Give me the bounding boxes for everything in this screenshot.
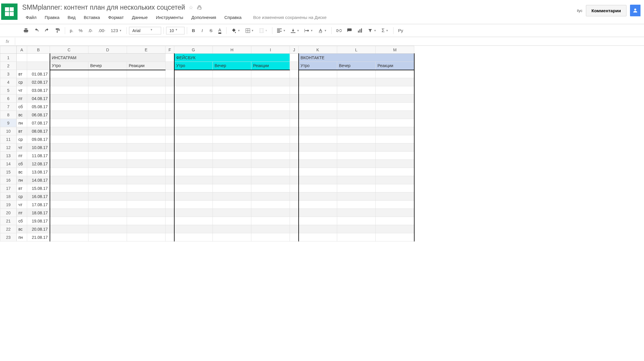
- cell[interactable]: [213, 152, 251, 160]
- cell[interactable]: [213, 225, 251, 233]
- subheader-evening[interactable]: Вечер: [88, 62, 127, 70]
- cell[interactable]: [50, 168, 88, 176]
- cell[interactable]: [251, 176, 290, 184]
- col-header-D[interactable]: D: [88, 46, 127, 54]
- cell[interactable]: [127, 127, 166, 135]
- cell[interactable]: [290, 135, 299, 143]
- cell[interactable]: [127, 135, 166, 143]
- cell[interactable]: [299, 78, 337, 86]
- col-header-H[interactable]: H: [213, 46, 251, 54]
- print-icon[interactable]: [21, 27, 31, 35]
- cell[interactable]: [166, 217, 174, 225]
- section-header-instagram[interactable]: ИНСТАГРАМ: [50, 54, 166, 62]
- cell-date[interactable]: 19.08.17: [27, 217, 50, 225]
- cell[interactable]: [337, 78, 376, 86]
- text-rotation-button[interactable]: ▼: [316, 27, 329, 35]
- cell[interactable]: [337, 201, 376, 209]
- cell[interactable]: [299, 127, 337, 135]
- font-size-select[interactable]: 10▼: [166, 27, 185, 34]
- cell-day[interactable]: вс: [17, 168, 27, 176]
- menu-edit[interactable]: Правка: [41, 14, 63, 21]
- cell[interactable]: [337, 209, 376, 217]
- insert-chart-icon[interactable]: [355, 27, 365, 35]
- paint-format-icon[interactable]: [53, 27, 62, 35]
- cell[interactable]: [88, 111, 127, 119]
- cell[interactable]: [299, 94, 337, 103]
- cell-day[interactable]: вс: [17, 111, 27, 119]
- cell[interactable]: [166, 168, 174, 176]
- cell[interactable]: [174, 70, 213, 78]
- cell[interactable]: [166, 192, 174, 201]
- cell[interactable]: [251, 86, 290, 94]
- row-header[interactable]: 4: [0, 78, 17, 86]
- cell[interactable]: [376, 127, 414, 135]
- share-button[interactable]: [630, 5, 640, 16]
- cell[interactable]: [174, 86, 213, 94]
- undo-icon[interactable]: [32, 27, 41, 35]
- cell[interactable]: [166, 201, 174, 209]
- cell[interactable]: [213, 184, 251, 192]
- cell[interactable]: [166, 225, 174, 233]
- cell[interactable]: [213, 127, 251, 135]
- cell[interactable]: [127, 209, 166, 217]
- cell[interactable]: [376, 111, 414, 119]
- cell[interactable]: [88, 201, 127, 209]
- row-header[interactable]: 8: [0, 111, 17, 119]
- cell[interactable]: [290, 217, 299, 225]
- cell-day[interactable]: вт: [17, 127, 27, 135]
- cell[interactable]: [290, 86, 299, 94]
- cell-day[interactable]: чт: [17, 201, 27, 209]
- cell[interactable]: [299, 70, 337, 78]
- cell[interactable]: [337, 111, 376, 119]
- cell[interactable]: [290, 78, 299, 86]
- cell[interactable]: [174, 127, 213, 135]
- subheader-morning[interactable]: Утро: [299, 62, 337, 70]
- cell[interactable]: [376, 70, 414, 78]
- subheader-evening[interactable]: Вечер: [337, 62, 376, 70]
- row-header[interactable]: 6: [0, 94, 17, 103]
- col-header-I[interactable]: I: [251, 46, 290, 54]
- cell-day[interactable]: сб: [17, 160, 27, 168]
- cell-day[interactable]: сб: [17, 103, 27, 111]
- row-header[interactable]: 3: [0, 70, 17, 78]
- cell[interactable]: [88, 160, 127, 168]
- cell[interactable]: [251, 119, 290, 127]
- menu-tools[interactable]: Инструменты: [152, 14, 187, 21]
- cell[interactable]: [337, 217, 376, 225]
- cell[interactable]: [174, 184, 213, 192]
- cell[interactable]: [88, 127, 127, 135]
- cell-day[interactable]: ср: [17, 192, 27, 201]
- cell[interactable]: [50, 160, 88, 168]
- menu-format[interactable]: Формат: [105, 14, 127, 21]
- subheader-morning[interactable]: Утро: [50, 62, 88, 70]
- currency-button[interactable]: р.: [67, 27, 76, 35]
- cell[interactable]: [299, 160, 337, 168]
- cell[interactable]: [127, 192, 166, 201]
- cell[interactable]: [88, 217, 127, 225]
- cell-day[interactable]: ср: [17, 78, 27, 86]
- col-header-C[interactable]: C: [50, 46, 88, 54]
- row-header[interactable]: 16: [0, 176, 17, 184]
- cell-day[interactable]: чт: [17, 86, 27, 94]
- cell[interactable]: [337, 152, 376, 160]
- cell[interactable]: [376, 217, 414, 225]
- strikethrough-button[interactable]: S: [207, 27, 215, 35]
- cell[interactable]: [213, 233, 251, 241]
- cell-day[interactable]: ср: [17, 135, 27, 143]
- cell[interactable]: [251, 94, 290, 103]
- menu-insert[interactable]: Вставка: [80, 14, 104, 21]
- cell[interactable]: [166, 111, 174, 119]
- cell-day[interactable]: вт: [17, 184, 27, 192]
- cell[interactable]: [127, 184, 166, 192]
- cell[interactable]: [337, 176, 376, 184]
- col-header-B[interactable]: B: [27, 46, 50, 54]
- cell[interactable]: [290, 54, 299, 62]
- cell[interactable]: [213, 176, 251, 184]
- cell[interactable]: [166, 62, 174, 70]
- menu-file[interactable]: Файл: [22, 14, 40, 21]
- cell[interactable]: [50, 152, 88, 160]
- cell[interactable]: [299, 152, 337, 160]
- cell[interactable]: [166, 233, 174, 241]
- cell[interactable]: [127, 168, 166, 176]
- cell[interactable]: [174, 201, 213, 209]
